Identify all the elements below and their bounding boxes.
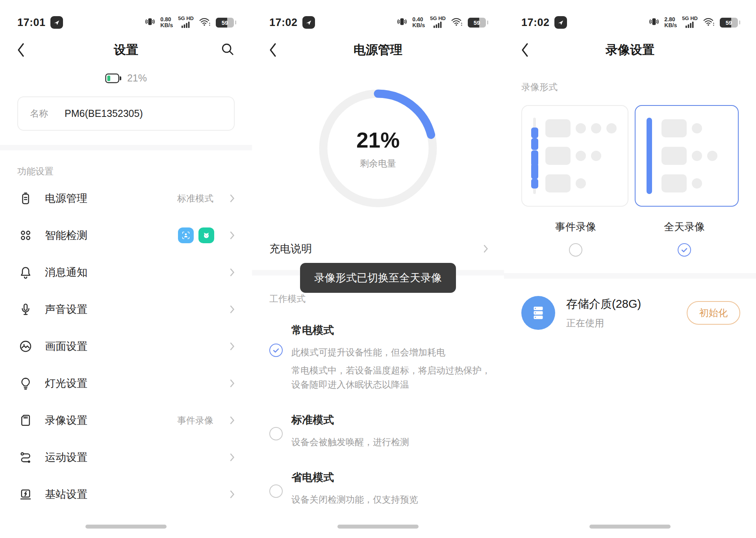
menu-item-motion[interactable]: 运动设置 (17, 439, 235, 476)
mode-option-standard[interactable]: 标准模式 设备会被触发唤醒，进行检测 (252, 413, 504, 449)
mode-option-always-on[interactable]: 常电模式 此模式可提升设备性能，但会增加耗电 常电模式中，若设备温度超标，将启动… (252, 323, 504, 392)
menu-item-smart-detect[interactable]: 智能检测 (17, 217, 235, 254)
section-divider (0, 145, 252, 150)
image-icon (17, 338, 34, 355)
charge-info-row[interactable]: 充电说明 (269, 238, 488, 260)
battery-nub (235, 20, 236, 24)
battery-indicator: 59 (720, 18, 738, 28)
wifi-icon (451, 17, 463, 28)
home-indicator[interactable] (589, 525, 671, 529)
human-detect-badge-icon (178, 227, 194, 243)
microphone-icon (17, 301, 34, 318)
card-allday-recording[interactable] (635, 105, 739, 207)
mode-option-power-saving[interactable]: 省电模式 设备关闭检测功能，仅支持预览 (252, 470, 504, 507)
storage-row: 存储介质(28G) 正在使用 初始化 (521, 296, 740, 330)
net-speed: 0.80KB/s (160, 17, 173, 28)
menu-item-sound[interactable]: 声音设置 (17, 291, 235, 328)
network-type: 5G HD (682, 16, 698, 30)
wifi-icon (703, 17, 715, 28)
device-name-card[interactable]: 名称 PM6(BE1352305) (17, 96, 235, 131)
page-title: 电源管理 (354, 42, 402, 58)
card-event-recording[interactable] (521, 105, 628, 207)
menu-value: 标准模式 (177, 192, 213, 205)
menu-item-basestation[interactable]: 基站设置 (17, 476, 235, 513)
power-battery-icon (17, 190, 34, 207)
pet-detect-badge-icon (198, 227, 214, 243)
chevron-right-icon (230, 490, 235, 498)
chevron-right-icon (230, 453, 235, 461)
device-battery-icon (105, 73, 122, 83)
radio-button[interactable] (569, 243, 582, 257)
status-time: 17:02 (269, 17, 298, 29)
device-battery-percent: 21% (127, 72, 147, 84)
battery-nub (739, 20, 740, 24)
battery-gauge: 21% 剩余电量 (313, 83, 443, 213)
status-bar: 17:02 0.40KB/s 5G HD (269, 11, 488, 34)
initialize-button[interactable]: 初始化 (687, 301, 740, 325)
chevron-right-icon (230, 231, 235, 239)
section-label-recording-mode: 录像形式 (521, 81, 739, 93)
net-speed: 0.40KB/s (412, 17, 425, 28)
back-icon (521, 43, 529, 57)
storage-icon (521, 296, 555, 330)
storage-title: 存储介质(28G) (566, 296, 676, 312)
device-battery-row: 21% (0, 72, 252, 84)
signal-bars-icon (181, 21, 191, 28)
settings-menu: 电源管理 标准模式 智能检测 (17, 180, 235, 513)
menu-item-display[interactable]: 画面设置 (17, 328, 235, 365)
toast-message: 录像形式已切换至全天录像 (300, 263, 456, 293)
option-allday-recording[interactable]: 全天录像 (630, 220, 739, 257)
page-title: 设置 (114, 42, 138, 58)
recording-mode-options: 事件录像 全天录像 (521, 220, 739, 257)
home-indicator[interactable] (337, 525, 419, 529)
bulb-icon (17, 375, 34, 392)
menu-item-recording[interactable]: 录像设置 事件录像 (17, 402, 235, 439)
back-button[interactable] (521, 42, 535, 58)
back-button[interactable] (269, 42, 283, 58)
chevron-right-icon (230, 305, 235, 313)
menu-item-light[interactable]: 灯光设置 (17, 365, 235, 402)
vibrate-icon (649, 17, 659, 28)
radio-button[interactable] (269, 344, 283, 357)
radio-button[interactable] (269, 427, 283, 440)
radio-button[interactable] (269, 484, 283, 498)
chevron-right-icon (484, 245, 488, 253)
section-label-workmode: 工作模式 (269, 293, 487, 305)
signal-bars-icon (433, 21, 443, 28)
back-icon (269, 43, 277, 57)
allday-timeline-graphic (647, 118, 652, 194)
home-indicator[interactable] (85, 525, 167, 529)
recording-mode-cards (521, 105, 739, 207)
battery-nub (487, 20, 488, 24)
base-station-icon (17, 486, 34, 503)
menu-item-power[interactable]: 电源管理 标准模式 (17, 180, 235, 217)
battery-indicator: 59 (468, 18, 486, 28)
name-label: 名称 (30, 107, 48, 120)
chevron-right-icon (230, 268, 235, 276)
status-bar: 17:01 0.80KB/s 5G HD (17, 11, 236, 34)
chevron-right-icon (230, 342, 235, 350)
option-event-recording[interactable]: 事件录像 (521, 220, 630, 257)
gauge-percent: 21% (356, 128, 400, 153)
screens-strip: 17:01 0.80KB/s 5G HD (0, 0, 756, 538)
event-timeline-graphic (533, 118, 536, 194)
wifi-icon (199, 17, 211, 28)
detect-badges (178, 227, 214, 243)
chevron-right-icon (230, 379, 235, 387)
section-label-functions: 功能设置 (17, 165, 235, 177)
search-button[interactable] (220, 42, 235, 58)
radio-button[interactable] (678, 243, 691, 257)
chevron-right-icon (230, 416, 235, 424)
network-type: 5G HD (178, 16, 194, 30)
bell-icon (17, 264, 34, 281)
net-speed: 2.80KB/s (664, 17, 677, 28)
power-header: 电源管理 (252, 38, 504, 62)
back-icon (17, 43, 25, 57)
menu-item-notifications[interactable]: 消息通知 (17, 254, 235, 291)
gauge-label: 剩余电量 (360, 157, 396, 170)
settings-header: 设置 (0, 38, 252, 62)
name-value: PM6(BE1352305) (65, 108, 143, 119)
search-icon (220, 42, 235, 56)
vibrate-icon (145, 17, 155, 28)
back-button[interactable] (17, 42, 31, 58)
